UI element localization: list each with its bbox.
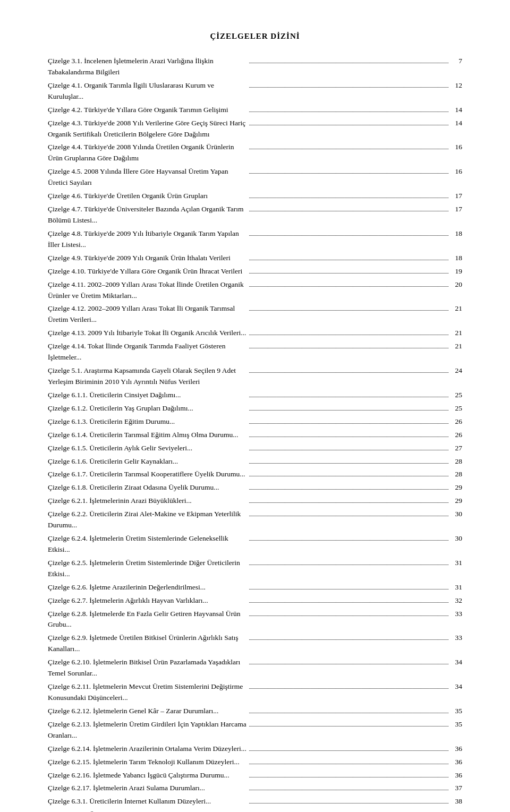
- entry-label: Çizelge 4.12. 2002–2009 Yılları Arası To…: [48, 303, 247, 326]
- entry-dots: [249, 372, 448, 373]
- list-item: Çizelge 6.2.10. İşletmelerin Bitkisel Ür…: [48, 657, 462, 679]
- entry-dots: [249, 616, 448, 616]
- entry-dots: [249, 790, 448, 790]
- entry-page-number: 34: [450, 681, 462, 693]
- entry-dots: [249, 423, 448, 424]
- entry-label: Çizelge 4.6. Türkiye'de Üretilen Organik…: [48, 191, 247, 202]
- list-item: Çizelge 6.1.8. Üreticilerin Ziraat Odası…: [48, 482, 462, 493]
- entry-page-number: 36: [450, 770, 462, 781]
- entry-page-number: 21: [450, 328, 462, 339]
- entry-label: Çizelge 6.2.10. İşletmelerin Bitkisel Ür…: [48, 657, 247, 679]
- entry-page-number: 32: [450, 595, 462, 606]
- entry-page-number: 7: [450, 56, 462, 67]
- entry-page-number: 14: [450, 118, 462, 129]
- entry-label: Çizelge 6.2.2. Üreticilerin Zirai Alet-M…: [48, 509, 247, 531]
- list-item: Çizelge 6.2.5. İşletmelerin Üretim Siste…: [48, 558, 462, 580]
- entry-page-number: 37: [450, 783, 462, 794]
- entry-page-number: 16: [450, 166, 462, 177]
- entry-page-number: 26: [450, 430, 462, 441]
- entry-page-number: 17: [450, 191, 462, 202]
- entry-label: Çizelge 6.1.2. Üreticilerin Yaş Grupları…: [48, 403, 247, 414]
- entry-page-number: 35: [450, 719, 462, 730]
- list-item: Çizelge 6.2.2. Üreticilerin Zirai Alet-M…: [48, 509, 462, 531]
- entry-page-number: 20: [450, 279, 462, 290]
- entry-dots: [249, 149, 448, 149]
- entry-dots: [249, 211, 448, 211]
- entry-label: Çizelge 5.1. Araştırma Kapsamında Gayeli…: [48, 365, 247, 388]
- entry-page-number: 25: [450, 403, 462, 414]
- entry-label: Çizelge 4.3. Türkiye'de 2008 Yılı Verile…: [48, 118, 247, 140]
- list-item: Çizelge 4.4. Türkiye'de 2008 Yılında Üre…: [48, 142, 462, 164]
- entry-dots: [249, 112, 448, 112]
- entry-label: Çizelge 6.2.17. İşletmelerin Arazi Sulam…: [48, 783, 247, 794]
- entry-page-number: 36: [450, 743, 462, 755]
- list-item: Çizelge 4.8. Türkiye'de 2009 Yılı İtibar…: [48, 228, 462, 251]
- entry-dots: [249, 540, 448, 541]
- entry-label: Çizelge 4.13. 2009 Yılı İtibariyle Tokat…: [48, 328, 247, 339]
- entry-page-number: 31: [450, 582, 462, 593]
- entry-label: Çizelge 4.10. Türkiye'de Yıllara Göre Or…: [48, 266, 247, 277]
- entry-dots: [249, 463, 448, 464]
- entry-dots: [249, 726, 448, 726]
- entry-label: Çizelge 6.2.15. İşletmelerin Tarım Tekno…: [48, 757, 247, 768]
- entry-dots: [249, 198, 448, 198]
- entry-label: Çizelge 6.3.1. Üreticilerin İnternet Kul…: [48, 796, 247, 807]
- entry-page-number: 30: [450, 509, 462, 520]
- entry-label: Çizelge 6.2.8. İşletmelerde En Fazla Gel…: [48, 609, 247, 631]
- entry-page-number: 14: [450, 105, 462, 116]
- list-item: Çizelge 4.10. Türkiye'de Yıllara Göre Or…: [48, 266, 462, 277]
- entry-label: Çizelge 6.2.13. İşletmelerin Üretim Gird…: [48, 719, 247, 741]
- entry-dots: [249, 664, 448, 664]
- entry-dots: [249, 63, 448, 63]
- entry-label: Çizelge 3.1. İncelenen İşletmelerin Araz…: [48, 56, 247, 78]
- entry-page-number: 28: [450, 469, 462, 480]
- entry-label: Çizelge 6.2.4. İşletmelerin Üretim Siste…: [48, 533, 247, 555]
- entry-label: Çizelge 6.1.8. Üreticilerin Ziraat Odası…: [48, 482, 247, 493]
- entry-dots: [249, 286, 448, 287]
- list-item: Çizelge 6.2.14. İşletmelerin Arazilerini…: [48, 743, 462, 755]
- entry-dots: [249, 437, 448, 437]
- list-item: Çizelge 6.2.9. İşletmede Üretilen Bitkis…: [48, 632, 462, 655]
- entry-dots: [249, 87, 448, 88]
- list-item: Çizelge 4.9. Türkiye'de 2009 Yılı Organi…: [48, 253, 462, 264]
- list-item: Çizelge 4.14. Tokat İlinde Organik Tarım…: [48, 341, 462, 363]
- entry-label: Çizelge 6.1.7. Üreticilerin Tarımsal Koo…: [48, 469, 247, 480]
- list-item: Çizelge 4.3. Türkiye'de 2008 Yılı Verile…: [48, 118, 462, 140]
- entry-label: Çizelge 6.1.4. Üreticilerin Tarımsal Eği…: [48, 430, 247, 441]
- page-title: ÇİZELGELER DİZİNİ: [48, 32, 462, 41]
- entry-label: Çizelge 4.14. Tokat İlinde Organik Tarım…: [48, 341, 247, 363]
- list-item: Çizelge 4.6. Türkiye'de Üretilen Organik…: [48, 191, 462, 202]
- entry-dots: [249, 125, 448, 125]
- entry-page-number: 34: [450, 657, 462, 668]
- entry-label: Çizelge 6.1.5. Üreticilerin Aylık Gelir …: [48, 443, 247, 454]
- entry-label: Çizelge 6.2.5. İşletmelerin Üretim Siste…: [48, 558, 247, 580]
- list-item: Çizelge 6.1.6. Üreticilerin Gelir Kaynak…: [48, 456, 462, 467]
- entry-dots: [249, 489, 448, 490]
- list-item: Çizelge 6.2.17. İşletmelerin Arazi Sulam…: [48, 783, 462, 794]
- list-item: Çizelge 6.2.13. İşletmelerin Üretim Gird…: [48, 719, 462, 741]
- entry-page-number: 31: [450, 558, 462, 569]
- entry-label: Çizelge 6.1.3. Üreticilerin Eğitim Durum…: [48, 416, 247, 428]
- list-item: Çizelge 4.5. 2008 Yılında İllere Göre Ha…: [48, 166, 462, 189]
- entry-dots: [249, 713, 448, 713]
- entry-label: Çizelge 4.11. 2002–2009 Yılları Arası To…: [48, 279, 247, 302]
- list-item: Çizelge 6.1.4. Üreticilerin Tarımsal Eği…: [48, 430, 462, 441]
- list-item: Çizelge 4.13. 2009 Yılı İtibariyle Tokat…: [48, 328, 462, 339]
- entry-label: Çizelge 6.2.11. İşletmelerin Mevcut Üret…: [48, 681, 247, 704]
- list-item: Çizelge 5.1. Araştırma Kapsamında Gayeli…: [48, 365, 462, 388]
- entry-label: Çizelge 6.3.2. Üreticilerin Televizyon S…: [48, 809, 247, 812]
- entry-page-number: 17: [450, 204, 462, 215]
- entry-page-number: 18: [450, 228, 462, 240]
- entry-label: Çizelge 6.2.14. İşletmelerin Arazilerini…: [48, 743, 247, 755]
- entry-dots: [249, 260, 448, 260]
- entry-dots: [249, 410, 448, 411]
- toc-list: Çizelge 3.1. İncelenen İşletmelerin Araz…: [48, 56, 462, 812]
- entry-page-number: 29: [450, 482, 462, 493]
- entry-dots: [249, 688, 448, 689]
- entry-page-number: 16: [450, 142, 462, 153]
- entry-dots: [249, 476, 448, 476]
- entry-page-number: 21: [450, 303, 462, 314]
- list-item: Çizelge 6.1.7. Üreticilerin Tarımsal Koo…: [48, 469, 462, 480]
- entry-label: Çizelge 6.2.6. İşletme Arazilerinin Değe…: [48, 582, 247, 593]
- entry-label: Çizelge 6.2.16. İşletmede Yabancı İşgücü…: [48, 770, 247, 781]
